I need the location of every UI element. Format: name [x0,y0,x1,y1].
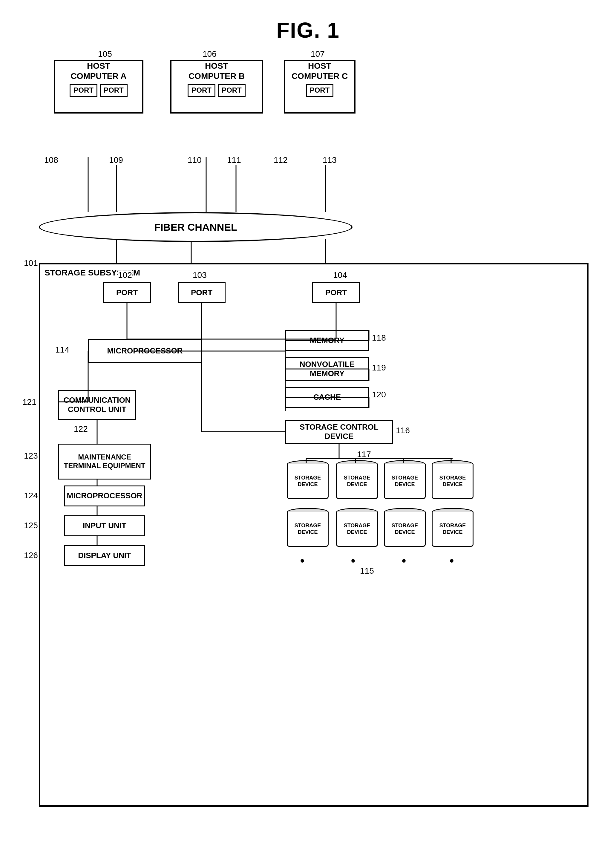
port-a2: PORT [100,84,128,97]
host-b-label: HOST COMPUTER B [171,61,262,81]
nonvolatile-memory: NONVOLATILE MEMORY [285,357,369,381]
ref-114: 114 [55,345,69,355]
ref-105: 105 [98,49,112,59]
ref-124: 124 [24,491,38,500]
communication-control-unit: COMMUNICATION CONTROL UNIT [58,390,136,420]
ref-126: 126 [24,550,38,560]
port-b2: PORT [218,84,246,97]
storage-device-8: STORAGE DEVICE [430,506,475,548]
maintenance-terminal-equipment: MAINTENANCE TERMINAL EQUIPMENT [58,444,151,480]
ref-112: 112 [274,155,288,165]
ref-106: 106 [203,49,217,59]
host-computer-b: HOST COMPUTER B PORT PORT [170,60,263,114]
port-a1: PORT [69,84,97,97]
ref-113: 113 [323,155,337,165]
storage-device-7: STORAGE DEVICE [382,506,427,548]
ref-122: 122 [74,424,88,434]
ref-125: 125 [24,521,38,530]
ref-108: 108 [44,155,58,165]
ref-101: 101 [24,258,38,268]
port-b1: PORT [188,84,215,97]
port-102: PORT [103,282,151,303]
ref-102: 102 [118,270,132,280]
ellipsis-2: • [351,554,358,568]
storage-device-6: STORAGE DEVICE [335,506,379,548]
cache: CACHE [285,387,369,408]
ref-111: 111 [227,155,241,165]
port-104: PORT [312,282,360,303]
ref-104: 104 [333,270,347,280]
ref-107: 107 [311,49,325,59]
port-103: PORT [178,282,225,303]
microprocessor: MICROPROCESSOR [88,339,202,363]
input-unit: INPUT UNIT [64,515,145,536]
ref-121: 121 [22,397,37,407]
storage-device-1: STORAGE DEVICE [285,459,330,500]
ref-123: 123 [24,451,38,461]
ref-109: 109 [109,155,123,165]
host-c-label: HOST COMPUTER C [285,61,354,81]
memory: MEMORY [285,330,369,351]
page-title: FIG. 1 [0,0,616,43]
microprocessor-2: MICROPROCESSOR [64,485,145,506]
ref-119: 119 [372,363,386,373]
port-c1: PORT [306,84,334,97]
ellipsis-1: • [300,554,307,568]
host-computer-c: HOST COMPUTER C PORT [284,60,355,114]
ref-115: 115 [360,566,374,576]
storage-device-3: STORAGE DEVICE [382,459,427,500]
storage-device-2: STORAGE DEVICE [335,459,379,500]
host-a-label: HOST COMPUTER A [55,61,142,81]
ref-118: 118 [372,333,386,343]
ellipsis-3: • [402,554,408,568]
display-unit: DISPLAY UNIT [64,545,145,566]
ref-117: 117 [357,450,371,459]
ref-103: 103 [193,270,207,280]
host-computer-a: HOST COMPUTER A PORT PORT [54,60,143,114]
ellipsis-4: • [449,554,456,568]
ref-120: 120 [372,390,386,400]
storage-subsystem: STORAGE SUBSYSTEM 101 PORT 102 PORT 103 … [39,263,588,807]
fiber-channel: FIBER CHANNEL [39,212,352,242]
ref-116: 116 [396,426,410,435]
storage-control-device: STORAGE CONTROL DEVICE [285,420,393,444]
storage-device-4: STORAGE DEVICE [430,459,475,500]
storage-device-5: STORAGE DEVICE [285,506,330,548]
ref-110: 110 [188,155,202,165]
